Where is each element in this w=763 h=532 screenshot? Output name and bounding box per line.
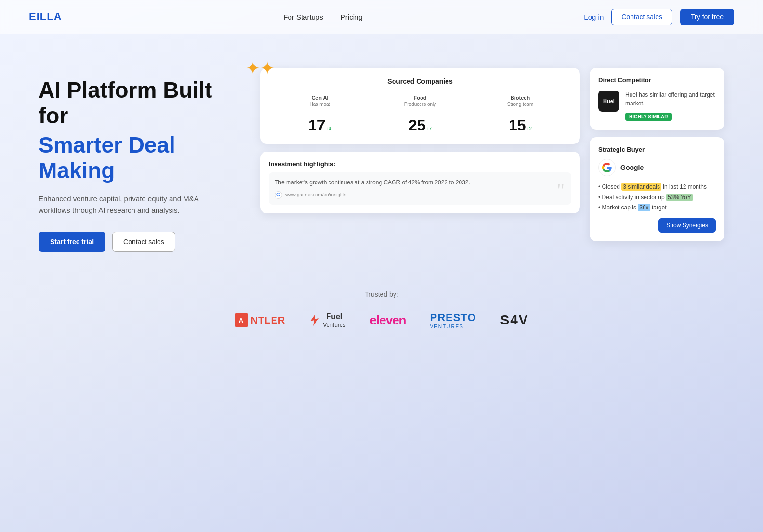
sparkle-icon: ✦✦ (246, 58, 275, 78)
investment-highlights-card: Investment highlights: The market's grow… (260, 152, 580, 213)
sourced-val-3: 15 (509, 117, 526, 134)
invest-body: The market's growth continues at a stron… (269, 172, 571, 205)
strategic-buyer-card: Strategic Buyer Google (590, 137, 724, 241)
nav-links: For Startups Pricing (283, 13, 362, 21)
try-free-button[interactable]: Try for free (680, 9, 734, 25)
sourced-sub-1: Has moat (270, 102, 370, 107)
antler-icon: A (235, 313, 248, 327)
presto-text: PRESTO (430, 311, 476, 324)
sourced-companies-card: Sourced Companies Gen AI Has moat Food P… (260, 68, 580, 144)
bullet1-pre: Closed (602, 183, 622, 190)
sourced-sub-2: Producers only (370, 102, 470, 107)
nav-actions: Log in Contact sales Try for free (584, 9, 734, 25)
antler-name: NTLER (251, 315, 286, 326)
fuel-ventures-logo: Fuel Ventures (309, 312, 345, 328)
presto-ventures-logo: PRESTO VENTURES (430, 311, 476, 329)
s4v-logo: S4V (500, 312, 529, 328)
strategic-header: Google (598, 159, 716, 176)
bullet1-highlight: 3 similar deals (621, 183, 661, 191)
google-logo (598, 159, 616, 176)
highly-similar-badge: HIGHLY SIMILAR (625, 113, 672, 121)
direct-competitor-card: Direct Competitor Huel Huel has similar … (590, 68, 724, 130)
sourced-num-1: 17+4 (270, 117, 370, 134)
trusted-label: Trusted by: (39, 290, 724, 298)
trusted-section: Trusted by: A NTLER Fuel Ventures eleven… (0, 271, 763, 358)
bullet3-highlight: 36x (638, 204, 650, 211)
sourced-val-1: 17 (308, 117, 326, 134)
bullet2-pre: Deal activity in sector up (602, 194, 666, 201)
gartner-icon: G (275, 191, 282, 199)
navbar: EILLA For Startups Pricing Log in Contac… (0, 0, 763, 34)
strategic-title: Strategic Buyer (598, 146, 716, 153)
nav-pricing[interactable]: Pricing (341, 13, 363, 21)
cards-right-column: Direct Competitor Huel Huel has similar … (590, 68, 724, 241)
sourced-col-1: Gen AI Has moat (270, 93, 370, 109)
sourced-sub-3: Strong team (470, 102, 570, 107)
invest-source-url: www.gartner.com/en/insights (285, 191, 346, 199)
sourced-num-2: 25+7 (370, 117, 470, 134)
strategic-bullet-2: Deal activity in sector up 53% YoY (598, 193, 716, 203)
sourced-delta-1: +4 (326, 126, 332, 131)
quote-decoration: " (557, 181, 565, 200)
start-trial-button[interactable]: Start free trial (39, 232, 105, 252)
cards-left-column: Sourced Companies Gen AI Has moat Food P… (260, 68, 580, 241)
login-button[interactable]: Log in (584, 13, 604, 21)
strategic-company-name: Google (620, 164, 644, 171)
trusted-logos: A NTLER Fuel Ventures eleven PRESTO VENT… (39, 311, 724, 329)
invest-source: G www.gartner.com/en/insights (275, 191, 566, 199)
sourced-tag-2: Food (370, 95, 470, 101)
hero-subtitle: Enhanced venture capital, private equity… (39, 193, 202, 216)
competitor-description: Huel has similar offering and target mar… (625, 91, 716, 108)
sourced-title: Sourced Companies (270, 78, 570, 85)
hero-title-line1: AI Platform Built for (39, 78, 241, 129)
sourced-col-3: Biotech Strong team (470, 93, 570, 109)
brand-logo[interactable]: EILLA (29, 11, 62, 23)
sourced-val-2: 25 (408, 117, 426, 134)
fuel-icon (309, 313, 320, 327)
invest-text: The market's growth continues at a stron… (275, 179, 470, 186)
sourced-numbers-grid: 17+4 25+7 15+2 (270, 117, 570, 134)
competitor-title: Direct Competitor (598, 77, 716, 84)
svg-marker-0 (310, 314, 319, 326)
strategic-bullet-1: Closed 3 similar deals in last 12 months (598, 182, 716, 193)
sourced-tags-grid: Gen AI Has moat Food Producers only Biot… (270, 93, 570, 109)
hero-left: AI Platform Built for Smarter Deal Makin… (39, 63, 241, 252)
sourced-delta-3: +2 (526, 126, 532, 131)
sourced-col-2: Food Producers only (370, 93, 470, 109)
competitor-info: Huel has similar offering and target mar… (625, 91, 716, 121)
hero-section: AI Platform Built for Smarter Deal Makin… (0, 34, 763, 271)
strategic-bullet-3: Market cap is 36x target (598, 203, 716, 213)
eleven-logo: eleven (370, 313, 406, 328)
competitor-body: Huel Huel has similar offering and targe… (598, 91, 716, 121)
show-synergies-button[interactable]: Show Synergies (658, 218, 716, 233)
bullet2-highlight: 53% YoY (666, 194, 693, 201)
bullet3-pre: Market cap is (602, 204, 638, 211)
sourced-tag-1: Gen AI (270, 95, 370, 101)
hero-title-line2: Smarter Deal Making (39, 132, 241, 183)
contact-sales-button[interactable]: Contact sales (611, 9, 672, 25)
hero-cards: ✦✦ Sourced Companies Gen AI Has moat Foo… (260, 63, 724, 241)
contact-sales-hero-button[interactable]: Contact sales (112, 232, 175, 252)
presto-sub: VENTURES (430, 324, 464, 329)
huel-logo: Huel (598, 91, 619, 112)
invest-title: Investment highlights: (269, 160, 571, 168)
bullet3-post: target (650, 204, 667, 211)
sourced-tag-3: Biotech (470, 95, 570, 101)
antler-logo: A NTLER (235, 313, 286, 327)
strategic-bullets: Closed 3 similar deals in last 12 months… (598, 182, 716, 213)
hero-buttons: Start free trial Contact sales (39, 232, 241, 252)
fuel-text: Fuel Ventures (323, 312, 345, 328)
bullet1-post: in last 12 months (661, 183, 707, 190)
nav-for-startups[interactable]: For Startups (283, 13, 323, 21)
sourced-delta-2: +7 (426, 126, 432, 131)
sourced-num-3: 15+2 (470, 117, 570, 134)
